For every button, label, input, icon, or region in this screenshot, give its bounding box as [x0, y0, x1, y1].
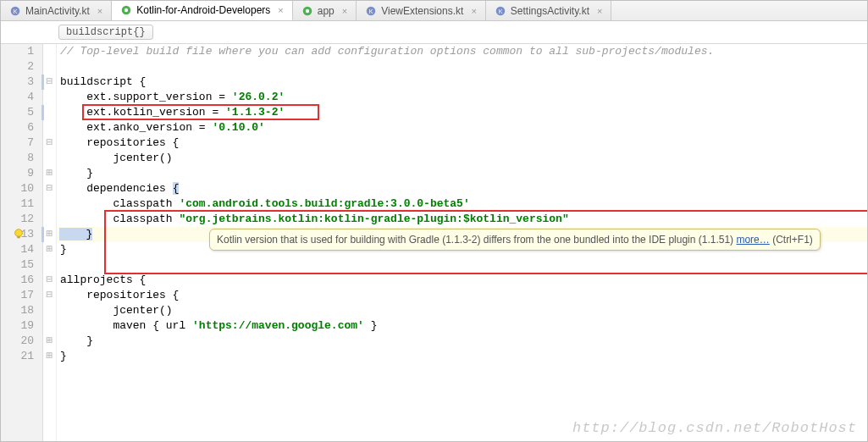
intention-bulb-icon[interactable] — [13, 228, 25, 240]
tab-label: MainActivity.kt — [25, 5, 90, 17]
fold-gutter[interactable]: ⊟ ⊟ ⊞ ⊟ ⊞ ⊞ ⊟ ⊟ ⊞ ⊞ — [43, 44, 57, 441]
breadcrumb-bar: buildscript{} — [1, 21, 867, 44]
close-icon[interactable]: × — [342, 6, 347, 16]
svg-point-10 — [15, 229, 23, 237]
code-text: } — [60, 243, 67, 256]
code-text: } — [60, 334, 93, 347]
code-text: classpath — [60, 197, 179, 210]
tab-mainactivity[interactable]: K MainActivity.kt × — [1, 1, 112, 20]
svg-text:K: K — [14, 8, 18, 14]
inspection-tooltip: Kotlin version that is used for building… — [209, 229, 821, 251]
kotlin-file-icon: K — [9, 5, 21, 17]
tooltip-more-link[interactable]: more… — [736, 234, 769, 246]
svg-text:K: K — [369, 8, 373, 14]
svg-point-5 — [306, 8, 309, 12]
gradle-file-icon — [120, 4, 132, 16]
watermark: http://blog.csdn.net/RobotHost — [572, 420, 857, 436]
editor-tabs: K MainActivity.kt × Kotlin-for-Android-D… — [1, 1, 867, 21]
code-text: repositories { — [60, 136, 179, 149]
code-text: jcenter() — [60, 152, 173, 164]
code-text: ext.anko_version = — [60, 121, 212, 134]
code-text: 'https://maven.google.com' — [192, 319, 364, 332]
code-editor[interactable]: 1 2 3 4 5 6 7 8 9 10 11 12 13 14 15 16 1… — [1, 44, 867, 441]
gradle-file-icon — [301, 5, 313, 17]
close-icon[interactable]: × — [97, 6, 102, 16]
tab-label: app — [318, 5, 334, 17]
kotlin-file-icon: K — [365, 5, 377, 17]
tooltip-shortcut: (Ctrl+F1) — [770, 234, 813, 246]
line-number-gutter: 1 2 3 4 5 6 7 8 9 10 11 12 13 14 15 16 1… — [1, 44, 43, 441]
tab-label: ViewExtensions.kt — [381, 5, 463, 17]
kotlin-file-icon: K — [495, 5, 506, 17]
code-text: repositories { — [60, 289, 179, 301]
code-text: jcenter() — [60, 304, 173, 317]
code-text: allprojects { — [60, 273, 146, 286]
svg-point-3 — [124, 8, 128, 12]
code-text: dependencies — [60, 182, 173, 195]
code-text: ext.support_version = — [60, 91, 232, 103]
tab-settingsactivity[interactable]: K SettingsActivity.kt × — [486, 1, 612, 20]
tab-app[interactable]: app × — [293, 1, 357, 20]
code-text: buildscript { — [60, 75, 146, 88]
svg-rect-11 — [17, 236, 20, 239]
tab-viewextensions[interactable]: K ViewExtensions.kt × — [357, 1, 486, 20]
code-text: ext.kotlin_version = — [60, 106, 225, 119]
code-text: // Top-level build file where you can ad… — [60, 45, 714, 58]
breadcrumb[interactable]: buildscript{} — [58, 25, 153, 40]
vcs-change-marker — [41, 227, 44, 242]
code-text: } — [60, 350, 67, 362]
code-text: '1.1.3-2' — [225, 106, 285, 119]
tab-label: Kotlin-for-Android-Developers — [136, 4, 270, 16]
tab-kotlin-android-dev[interactable]: Kotlin-for-Android-Developers × — [112, 1, 293, 20]
vcs-change-marker — [41, 105, 44, 120]
code-text: maven { url — [60, 319, 192, 332]
vcs-change-marker — [41, 75, 44, 90]
close-icon[interactable]: × — [278, 5, 283, 15]
code-text: classpath — [60, 213, 179, 225]
code-content[interactable]: // Top-level build file where you can ad… — [57, 44, 867, 441]
close-icon[interactable]: × — [597, 6, 602, 16]
code-text: 'com.android.tools.build:gradle:3.0.0-be… — [179, 197, 469, 210]
close-icon[interactable]: × — [471, 6, 476, 16]
tab-label: SettingsActivity.kt — [511, 5, 589, 17]
svg-text:K: K — [498, 8, 502, 14]
tooltip-text: Kotlin version that is used for building… — [217, 234, 736, 246]
code-text: { — [173, 182, 180, 195]
code-text: '26.0.2' — [232, 91, 285, 103]
code-text: } — [364, 319, 378, 332]
code-text: } — [60, 167, 93, 180]
code-text: "org.jetbrains.kotlin:kotlin-gradle-plug… — [179, 213, 568, 225]
code-text: '0.10.0' — [212, 121, 264, 134]
